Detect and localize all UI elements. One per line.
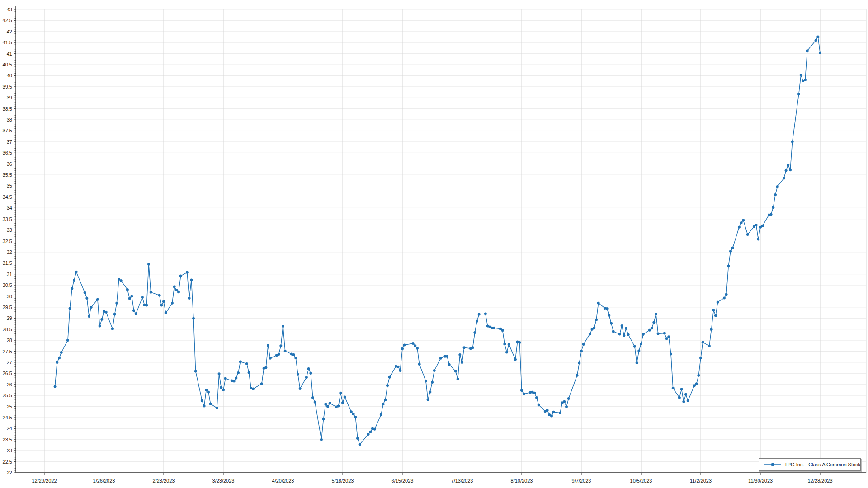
svg-text:23.5: 23.5 bbox=[3, 437, 12, 442]
svg-text:35: 35 bbox=[7, 183, 12, 188]
svg-text:24: 24 bbox=[7, 426, 12, 431]
svg-text:30.5: 30.5 bbox=[3, 282, 12, 288]
stock-price-chart: 2222.52323.52424.52525.52626.52727.52828… bbox=[0, 0, 868, 488]
svg-text:43: 43 bbox=[7, 7, 12, 12]
svg-text:6/15/2023: 6/15/2023 bbox=[392, 478, 414, 483]
svg-text:40.5: 40.5 bbox=[3, 62, 12, 67]
legend-series-marker-dot bbox=[771, 463, 774, 466]
svg-text:38: 38 bbox=[7, 117, 12, 122]
legend-box: TPG Inc. - Class A Common Stock bbox=[759, 458, 861, 472]
axes bbox=[16, 6, 866, 473]
svg-text:27: 27 bbox=[7, 360, 12, 365]
svg-text:11/30/2023: 11/30/2023 bbox=[748, 478, 773, 483]
svg-text:42: 42 bbox=[7, 29, 12, 34]
svg-text:12/29/2022: 12/29/2022 bbox=[32, 478, 57, 483]
svg-text:32.5: 32.5 bbox=[3, 239, 12, 244]
svg-text:32: 32 bbox=[7, 249, 12, 255]
svg-text:26.5: 26.5 bbox=[3, 371, 12, 376]
svg-text:33.5: 33.5 bbox=[3, 216, 12, 222]
svg-text:28.5: 28.5 bbox=[3, 327, 12, 332]
svg-text:25: 25 bbox=[7, 404, 12, 409]
svg-text:30: 30 bbox=[7, 294, 12, 299]
svg-text:29.5: 29.5 bbox=[3, 305, 12, 310]
svg-text:37.5: 37.5 bbox=[3, 128, 12, 133]
svg-text:3/23/2023: 3/23/2023 bbox=[212, 478, 235, 483]
svg-text:11/2/2023: 11/2/2023 bbox=[690, 478, 712, 483]
chart-canvas: 2222.52323.52424.52525.52626.52727.52828… bbox=[0, 0, 868, 488]
svg-text:41: 41 bbox=[7, 51, 12, 56]
svg-text:10/5/2023: 10/5/2023 bbox=[630, 478, 652, 483]
svg-text:33: 33 bbox=[7, 227, 12, 233]
svg-text:28: 28 bbox=[7, 338, 12, 343]
svg-text:39.5: 39.5 bbox=[3, 84, 12, 89]
svg-text:4/20/2023: 4/20/2023 bbox=[272, 478, 294, 483]
svg-text:12/28/2023: 12/28/2023 bbox=[807, 478, 832, 483]
svg-text:9/7/2023: 9/7/2023 bbox=[572, 478, 591, 483]
x-axis-ticks bbox=[44, 473, 820, 475]
svg-text:22.5: 22.5 bbox=[3, 459, 12, 465]
svg-text:5/18/2023: 5/18/2023 bbox=[332, 478, 354, 483]
svg-text:41.5: 41.5 bbox=[3, 40, 12, 45]
legend-series-label: TPG Inc. - Class A Common Stock bbox=[784, 462, 861, 467]
svg-text:42.5: 42.5 bbox=[3, 18, 12, 23]
svg-text:2/23/2023: 2/23/2023 bbox=[153, 478, 175, 483]
svg-text:1/26/2023: 1/26/2023 bbox=[93, 478, 115, 483]
x-axis-labels: 12/29/20221/26/20232/23/20233/23/20234/2… bbox=[32, 478, 832, 483]
svg-text:31.5: 31.5 bbox=[3, 260, 12, 266]
svg-text:36.5: 36.5 bbox=[3, 150, 12, 155]
svg-text:36: 36 bbox=[7, 161, 12, 167]
svg-text:27.5: 27.5 bbox=[3, 349, 12, 354]
y-axis-labels: 2222.52323.52424.52525.52626.52727.52828… bbox=[3, 7, 12, 475]
svg-text:40: 40 bbox=[7, 73, 12, 78]
svg-text:35.5: 35.5 bbox=[3, 172, 12, 178]
svg-text:23: 23 bbox=[7, 448, 12, 453]
svg-text:37: 37 bbox=[7, 139, 12, 145]
horizontal-gridlines bbox=[16, 9, 866, 473]
svg-text:34.5: 34.5 bbox=[3, 194, 12, 200]
svg-text:24.5: 24.5 bbox=[3, 415, 12, 420]
svg-text:8/10/2023: 8/10/2023 bbox=[511, 478, 533, 483]
svg-text:7/13/2023: 7/13/2023 bbox=[451, 478, 473, 483]
svg-text:38.5: 38.5 bbox=[3, 106, 12, 112]
svg-text:31: 31 bbox=[7, 272, 12, 277]
series-path bbox=[55, 37, 820, 445]
svg-text:22: 22 bbox=[7, 470, 12, 475]
svg-text:29: 29 bbox=[7, 315, 12, 321]
svg-text:34: 34 bbox=[7, 205, 12, 211]
svg-text:26: 26 bbox=[7, 382, 12, 387]
svg-text:39: 39 bbox=[7, 95, 12, 100]
svg-text:25.5: 25.5 bbox=[3, 393, 12, 398]
y-axis-ticks bbox=[14, 9, 16, 473]
